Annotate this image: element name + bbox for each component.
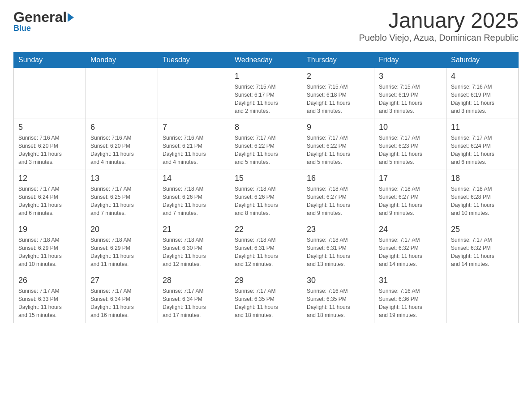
calendar-week-row: 5Sunrise: 7:16 AM Sunset: 6:20 PM Daylig… [14,119,519,170]
day-number: 25 [451,225,514,234]
calendar-cell: 7Sunrise: 7:16 AM Sunset: 6:21 PM Daylig… [158,119,230,170]
day-number: 30 [307,276,369,285]
day-info: Sunrise: 7:17 AM Sunset: 6:25 PM Dayligh… [90,185,153,217]
calendar-cell: 2Sunrise: 7:15 AM Sunset: 6:18 PM Daylig… [302,68,374,119]
calendar-title: January 2025 [359,9,519,33]
calendar-cell: 15Sunrise: 7:18 AM Sunset: 6:26 PM Dayli… [230,170,302,221]
day-of-week-header: Tuesday [158,52,230,68]
day-info: Sunrise: 7:17 AM Sunset: 6:22 PM Dayligh… [307,134,369,166]
day-number: 12 [18,174,81,183]
calendar-cell: 11Sunrise: 7:17 AM Sunset: 6:24 PM Dayli… [446,119,519,170]
calendar-cell: 6Sunrise: 7:16 AM Sunset: 6:20 PM Daylig… [86,119,158,170]
day-number: 7 [163,123,225,132]
day-number: 28 [163,276,225,285]
day-number: 29 [235,276,297,285]
day-number: 22 [235,225,297,234]
day-info: Sunrise: 7:18 AM Sunset: 6:30 PM Dayligh… [163,236,225,268]
day-number: 14 [163,174,225,183]
calendar-subtitle: Pueblo Viejo, Azua, Dominican Republic [359,33,519,43]
day-of-week-header: Thursday [302,52,374,68]
day-of-week-header: Friday [374,52,446,68]
day-number: 13 [90,174,153,183]
calendar-cell [86,68,158,119]
day-number: 18 [451,174,514,183]
day-info: Sunrise: 7:17 AM Sunset: 6:24 PM Dayligh… [18,185,81,217]
calendar-cell: 27Sunrise: 7:17 AM Sunset: 6:34 PM Dayli… [86,272,158,323]
day-info: Sunrise: 7:18 AM Sunset: 6:31 PM Dayligh… [307,236,369,268]
calendar-cell: 5Sunrise: 7:16 AM Sunset: 6:20 PM Daylig… [14,119,86,170]
calendar-cell: 17Sunrise: 7:18 AM Sunset: 6:27 PM Dayli… [374,170,446,221]
day-of-week-header: Wednesday [230,52,302,68]
day-number: 15 [235,174,297,183]
calendar-week-row: 12Sunrise: 7:17 AM Sunset: 6:24 PM Dayli… [14,170,519,221]
calendar-cell: 22Sunrise: 7:18 AM Sunset: 6:31 PM Dayli… [230,221,302,272]
day-number: 2 [307,72,369,81]
day-number: 6 [90,123,153,132]
day-info: Sunrise: 7:17 AM Sunset: 6:32 PM Dayligh… [451,236,514,268]
day-number: 8 [235,123,297,132]
day-number: 16 [307,174,369,183]
day-info: Sunrise: 7:18 AM Sunset: 6:29 PM Dayligh… [18,236,81,268]
logo-blue-text: Blue [13,24,31,33]
calendar-week-row: 1Sunrise: 7:15 AM Sunset: 6:17 PM Daylig… [14,68,519,119]
page-header: General Blue January 2025 Pueblo Viejo, … [13,9,519,43]
day-info: Sunrise: 7:17 AM Sunset: 6:24 PM Dayligh… [451,134,514,166]
calendar-cell: 30Sunrise: 7:16 AM Sunset: 6:35 PM Dayli… [302,272,374,323]
day-info: Sunrise: 7:17 AM Sunset: 6:23 PM Dayligh… [379,134,442,166]
day-number: 3 [379,72,442,81]
calendar-cell [14,68,86,119]
day-info: Sunrise: 7:17 AM Sunset: 6:35 PM Dayligh… [235,287,297,319]
day-info: Sunrise: 7:16 AM Sunset: 6:36 PM Dayligh… [379,287,442,319]
day-number: 24 [379,225,442,234]
day-info: Sunrise: 7:17 AM Sunset: 6:33 PM Dayligh… [18,287,81,319]
calendar-title-area: January 2025 Pueblo Viejo, Azua, Dominic… [359,9,519,43]
calendar-cell: 23Sunrise: 7:18 AM Sunset: 6:31 PM Dayli… [302,221,374,272]
day-info: Sunrise: 7:18 AM Sunset: 6:26 PM Dayligh… [235,185,297,217]
calendar-cell: 3Sunrise: 7:15 AM Sunset: 6:19 PM Daylig… [374,68,446,119]
calendar-cell: 20Sunrise: 7:18 AM Sunset: 6:29 PM Dayli… [86,221,158,272]
calendar-cell [158,68,230,119]
day-of-week-header: Saturday [446,52,519,68]
day-info: Sunrise: 7:18 AM Sunset: 6:28 PM Dayligh… [451,185,514,217]
calendar-cell: 8Sunrise: 7:17 AM Sunset: 6:22 PM Daylig… [230,119,302,170]
calendar-cell: 4Sunrise: 7:16 AM Sunset: 6:19 PM Daylig… [446,68,519,119]
day-info: Sunrise: 7:17 AM Sunset: 6:34 PM Dayligh… [90,287,153,319]
day-number: 5 [18,123,81,132]
day-of-week-header: Sunday [14,52,86,68]
day-info: Sunrise: 7:18 AM Sunset: 6:31 PM Dayligh… [235,236,297,268]
logo-general-text: General [13,9,67,26]
day-info: Sunrise: 7:15 AM Sunset: 6:18 PM Dayligh… [307,83,369,115]
calendar-cell: 28Sunrise: 7:17 AM Sunset: 6:34 PM Dayli… [158,272,230,323]
day-number: 9 [307,123,369,132]
day-info: Sunrise: 7:15 AM Sunset: 6:19 PM Dayligh… [379,83,442,115]
day-info: Sunrise: 7:16 AM Sunset: 6:20 PM Dayligh… [18,134,81,166]
day-number: 10 [379,123,442,132]
day-info: Sunrise: 7:15 AM Sunset: 6:17 PM Dayligh… [235,83,297,115]
calendar-cell: 21Sunrise: 7:18 AM Sunset: 6:30 PM Dayli… [158,221,230,272]
day-number: 11 [451,123,514,132]
calendar-cell: 18Sunrise: 7:18 AM Sunset: 6:28 PM Dayli… [446,170,519,221]
day-number: 23 [307,225,369,234]
calendar-cell: 24Sunrise: 7:17 AM Sunset: 6:32 PM Dayli… [374,221,446,272]
calendar-cell: 9Sunrise: 7:17 AM Sunset: 6:22 PM Daylig… [302,119,374,170]
day-of-week-header: Monday [86,52,158,68]
day-info: Sunrise: 7:18 AM Sunset: 6:29 PM Dayligh… [90,236,153,268]
day-info: Sunrise: 7:16 AM Sunset: 6:20 PM Dayligh… [90,134,153,166]
calendar-cell: 13Sunrise: 7:17 AM Sunset: 6:25 PM Dayli… [86,170,158,221]
day-info: Sunrise: 7:17 AM Sunset: 6:34 PM Dayligh… [163,287,225,319]
day-number: 21 [163,225,225,234]
calendar-cell: 29Sunrise: 7:17 AM Sunset: 6:35 PM Dayli… [230,272,302,323]
day-number: 27 [90,276,153,285]
calendar-cell: 1Sunrise: 7:15 AM Sunset: 6:17 PM Daylig… [230,68,302,119]
day-number: 19 [18,225,81,234]
calendar-table: SundayMondayTuesdayWednesdayThursdayFrid… [13,52,519,323]
day-number: 26 [18,276,81,285]
calendar-cell: 26Sunrise: 7:17 AM Sunset: 6:33 PM Dayli… [14,272,86,323]
day-info: Sunrise: 7:16 AM Sunset: 6:19 PM Dayligh… [451,83,514,115]
day-info: Sunrise: 7:17 AM Sunset: 6:22 PM Dayligh… [235,134,297,166]
calendar-cell: 10Sunrise: 7:17 AM Sunset: 6:23 PM Dayli… [374,119,446,170]
calendar-cell: 31Sunrise: 7:16 AM Sunset: 6:36 PM Dayli… [374,272,446,323]
calendar-header-row: SundayMondayTuesdayWednesdayThursdayFrid… [14,52,519,68]
day-info: Sunrise: 7:16 AM Sunset: 6:21 PM Dayligh… [163,134,225,166]
day-number: 4 [451,72,514,81]
